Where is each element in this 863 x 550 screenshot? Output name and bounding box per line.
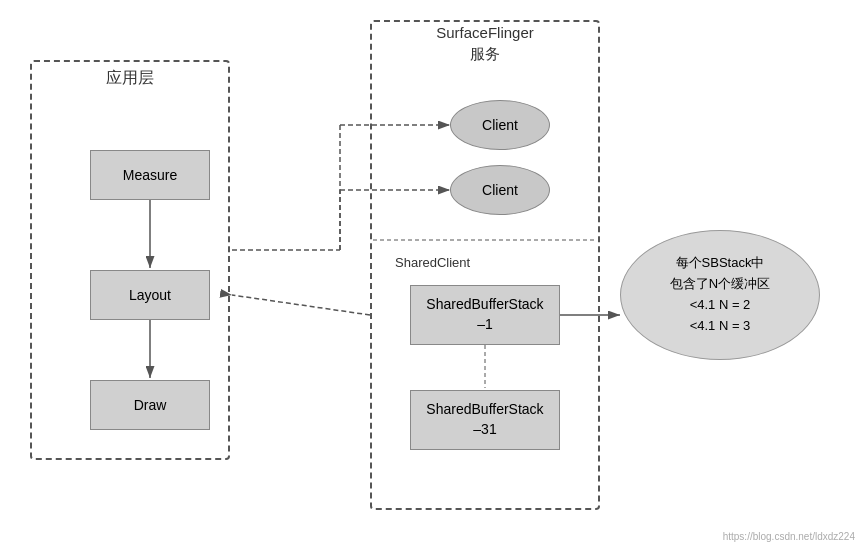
watermark: https://blog.csdn.net/ldxdz224 — [723, 531, 855, 542]
sbs1-box: SharedBufferStack –1 — [410, 285, 560, 345]
svg-line-4 — [232, 295, 370, 315]
sbs2-label-line2: –31 — [473, 421, 496, 437]
measure-box: Measure — [90, 150, 210, 200]
app-layer-label: 应用层 — [30, 68, 230, 89]
client2-ellipse: Client — [450, 165, 550, 215]
annotation-text: 每个SBStack中 包含了N个缓冲区 <4.1 N = 2 <4.1 N = … — [660, 243, 780, 346]
sbs2-box: SharedBufferStack –31 — [410, 390, 560, 450]
draw-box: Draw — [90, 380, 210, 430]
layout-box: Layout — [90, 270, 210, 320]
annotation-cloud: 每个SBStack中 包含了N个缓冲区 <4.1 N = 2 <4.1 N = … — [620, 230, 820, 360]
diagram-container: 应用层 Measure Layout Draw SurfaceFlinger 服… — [0, 0, 863, 550]
sbs1-label-line1: SharedBufferStack — [426, 296, 543, 312]
sbs2-label-line1: SharedBufferStack — [426, 401, 543, 417]
shared-client-label: SharedClient — [395, 255, 470, 270]
client1-ellipse: Client — [450, 100, 550, 150]
sbs1-label-line2: –1 — [477, 316, 493, 332]
sf-service-label: SurfaceFlinger 服务 — [370, 22, 600, 64]
